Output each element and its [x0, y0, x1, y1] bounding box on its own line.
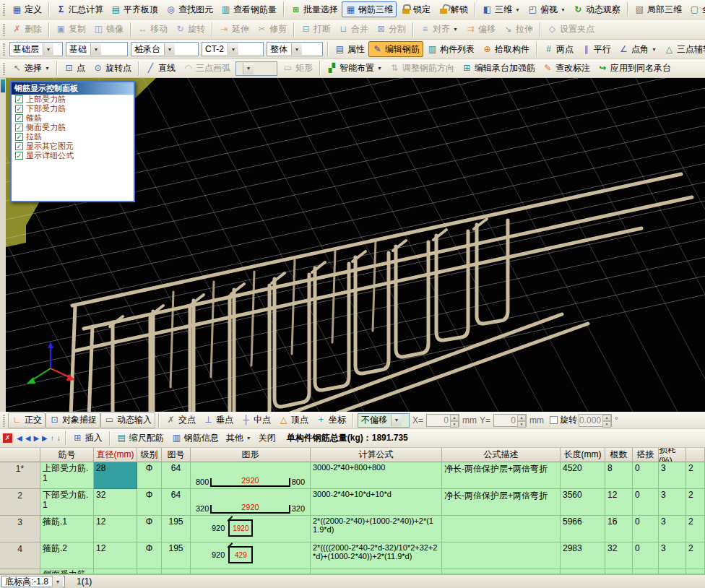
toolbar-grip[interactable]	[3, 414, 5, 427]
spin-up-icon[interactable]: ▲	[517, 415, 526, 421]
toolbar-grip[interactable]	[3, 62, 5, 75]
parallel-axis-button[interactable]: ∥平行	[577, 41, 615, 57]
row-number[interactable]: 3	[0, 516, 40, 542]
edit-rebar-button[interactable]: ✎编辑钢筋	[368, 41, 423, 57]
merge-button[interactable]: ⊔合并	[334, 22, 372, 38]
orbit-button[interactable]: ↻动态观察	[569, 1, 624, 17]
spin-down-icon[interactable]: ▼	[450, 421, 459, 428]
rebar-info-button[interactable]: ▥钢筋信息	[168, 431, 222, 446]
cell-loss[interactable]: 3	[659, 462, 686, 489]
x-input[interactable]: 0▲▼	[426, 414, 459, 427]
cell-shape[interactable]: 320 2920 320	[191, 489, 311, 516]
other-menu-button[interactable]: 其他▼	[222, 431, 255, 446]
move-button[interactable]: ↔移动	[134, 22, 171, 38]
cell-figure-no[interactable]: 195	[162, 516, 191, 542]
cell-clipped[interactable]: 2	[686, 516, 705, 542]
cell-length[interactable]: 3560	[561, 489, 605, 516]
select-button[interactable]: ↖选择▼	[8, 61, 53, 77]
vertex-snap-button[interactable]: △顶点	[274, 412, 312, 428]
break-button[interactable]: ⊟打断	[297, 22, 334, 38]
batch-select-button[interactable]: ⊞批量选择	[287, 1, 342, 17]
row-number[interactable]: 1*	[0, 462, 40, 489]
define-button[interactable]: ▦定义	[8, 1, 46, 17]
name-combo[interactable]: CT-2▼	[202, 42, 264, 56]
checkbox-checked-icon[interactable]: ✓	[15, 124, 23, 131]
scope-combo[interactable]: 整体▼	[267, 42, 323, 56]
cell-figure-no[interactable]: 64	[162, 462, 191, 489]
cell-description[interactable]: 净长-两倍保护层+两倍弯折	[442, 462, 561, 489]
cell-clipped[interactable]: 2	[686, 489, 705, 516]
cell-name[interactable]: 箍筋.2	[40, 542, 94, 569]
adjust-rebar-direction-button[interactable]: ⇅调整钢筋方向	[386, 61, 458, 77]
cell-diameter[interactable]: 12	[94, 542, 137, 569]
view-3d-button[interactable]: ◧三维▼	[478, 1, 524, 17]
checkbox-checked-icon[interactable]: ✓	[15, 133, 23, 141]
object-snap-toggle[interactable]: ⊡对象捕捉	[46, 412, 100, 428]
align-button[interactable]: ≡对齐▼	[416, 22, 462, 38]
rotate-button[interactable]: ↻旋转	[171, 22, 209, 38]
smart-layout-button[interactable]: ▞智能布置▼	[323, 61, 386, 77]
last-row-button[interactable]: ▶	[40, 434, 49, 442]
spin-up-icon[interactable]: ▲	[450, 415, 459, 421]
rotate-input[interactable]: 0.000▲▼	[579, 414, 612, 427]
edit-cap-strengthen-button[interactable]: ⊞编辑承台加强筋	[458, 61, 539, 77]
close-button[interactable]: 关闭	[255, 431, 280, 446]
cell-clipped[interactable]: 2	[686, 542, 705, 569]
cell-diameter[interactable]: 32	[94, 489, 137, 516]
cell-diameter-selected[interactable]: 28	[94, 462, 137, 489]
close-grid-icon[interactable]: ✗	[3, 433, 12, 443]
cell-diameter[interactable]: 12	[94, 516, 137, 542]
split-button[interactable]: ⊠分割	[372, 22, 410, 38]
unlock-button[interactable]: 解锁	[434, 1, 472, 17]
draw-mode-combo[interactable]: ▼	[235, 61, 277, 76]
two-point-axis-button[interactable]: #两点	[540, 41, 577, 57]
cell-loss[interactable]: 3	[659, 516, 686, 542]
cell-shape[interactable]: 920 429	[191, 542, 311, 569]
checkbox-checked-icon[interactable]: ✓	[15, 152, 23, 160]
copy-button[interactable]: ▣复制	[52, 22, 90, 38]
scale-rebar-button[interactable]: ▤缩尺配筋	[113, 431, 168, 446]
cell-formula[interactable]: 2*((2000-2*40)+(1000-2*40))+2*(11.9*d)	[311, 516, 442, 542]
cell-level[interactable]: Φ	[137, 516, 162, 542]
toolbar-grip[interactable]	[3, 43, 5, 56]
cell-level[interactable]: Φ	[137, 462, 162, 489]
rotate-checkbox[interactable]	[550, 416, 558, 424]
cell-figure-no[interactable]: 64	[162, 489, 191, 516]
set-grips-button[interactable]: ◇设置夹点	[543, 22, 598, 38]
panel-title-bar[interactable]: 钢筋显示控制面板	[12, 82, 134, 95]
align-slab-top-button[interactable]: ▤平齐板顶	[107, 1, 162, 17]
y-input[interactable]: 0▲▼	[493, 414, 527, 427]
cell-length[interactable]: 5966	[561, 516, 605, 542]
arc-3pt-button[interactable]: ◠三点画弧	[179, 61, 234, 77]
cell-name[interactable]: 箍筋.1	[40, 516, 94, 542]
summary-calc-button[interactable]: Σ汇总计算	[52, 1, 107, 17]
offset-mode-combo[interactable]: 不偏移▼	[358, 413, 410, 428]
rebar-3d-toggle[interactable]: ▦钢筋三维	[342, 1, 397, 17]
row-number[interactable]: 2	[0, 489, 40, 516]
properties-button[interactable]: ▤属性	[331, 41, 368, 57]
three-point-axis-button[interactable]: △三点辅轴▼	[660, 41, 705, 57]
fullscreen-button[interactable]: ▢全屏	[685, 1, 705, 17]
extend-button[interactable]: ⇥延伸	[215, 22, 253, 38]
dynamic-input-toggle[interactable]: ▭动态输入	[100, 412, 155, 428]
coordinate-snap-button[interactable]: +坐标	[312, 412, 350, 428]
cell-shape[interactable]: 920 1920	[191, 516, 311, 542]
cell-count[interactable]: 8	[605, 462, 633, 489]
offset-button[interactable]: ⇉偏移	[462, 22, 499, 38]
spin-down-icon[interactable]: ▼	[602, 421, 611, 428]
cell-loss[interactable]: 3	[659, 542, 686, 569]
cell-level[interactable]: Φ	[137, 489, 162, 516]
cell-length[interactable]: 2983	[561, 542, 605, 569]
line-button[interactable]: ╱直线	[142, 61, 179, 77]
move-row-down-button[interactable]: ↓	[56, 434, 62, 442]
rectangle-button[interactable]: ▭矩形	[279, 61, 316, 77]
apply-same-name-button[interactable]: ↪应用到同名承台	[594, 61, 675, 77]
floor-combo[interactable]: 基础层▼	[9, 42, 63, 56]
pick-component-button[interactable]: ⊕拾取构件	[478, 41, 533, 57]
cell-count[interactable]: 16	[605, 516, 633, 542]
component-list-button[interactable]: ▥构件列表	[423, 41, 478, 57]
toolbar-grip[interactable]	[3, 3, 5, 16]
local-3d-button[interactable]: ▧局部三维	[631, 1, 685, 17]
find-element-button[interactable]: ◎查找图元	[162, 1, 217, 17]
top-view-button[interactable]: ◰俯视▼	[524, 1, 569, 17]
